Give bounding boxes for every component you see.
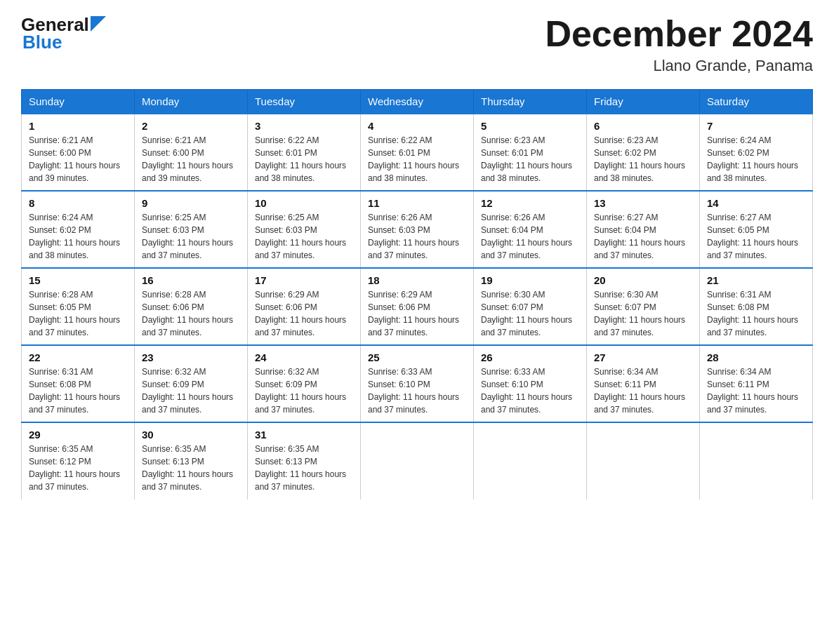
calendar-header-row: Sunday Monday Tuesday Wednesday Thursday… xyxy=(22,90,813,114)
calendar-cell: 9 Sunrise: 6:25 AMSunset: 6:03 PMDayligh… xyxy=(135,191,248,268)
day-number: 10 xyxy=(255,197,353,209)
calendar-cell: 29 Sunrise: 6:35 AMSunset: 6:12 PMDaylig… xyxy=(22,422,135,499)
day-number: 9 xyxy=(142,197,240,209)
day-info: Sunrise: 6:32 AMSunset: 6:09 PMDaylight:… xyxy=(142,367,233,415)
col-thursday: Thursday xyxy=(474,90,587,114)
calendar-cell: 30 Sunrise: 6:35 AMSunset: 6:13 PMDaylig… xyxy=(135,422,248,499)
calendar-cell: 27 Sunrise: 6:34 AMSunset: 6:11 PMDaylig… xyxy=(587,345,700,422)
day-info: Sunrise: 6:29 AMSunset: 6:06 PMDaylight:… xyxy=(368,290,459,337)
col-tuesday: Tuesday xyxy=(248,90,361,114)
day-info: Sunrise: 6:25 AMSunset: 6:03 PMDaylight:… xyxy=(142,213,233,260)
calendar-cell: 20 Sunrise: 6:30 AMSunset: 6:07 PMDaylig… xyxy=(587,268,700,345)
calendar-cell xyxy=(361,422,474,499)
day-info: Sunrise: 6:22 AMSunset: 6:01 PMDaylight:… xyxy=(255,135,346,183)
month-title: December 2024 xyxy=(545,14,813,54)
calendar-table: Sunday Monday Tuesday Wednesday Thursday… xyxy=(21,89,813,499)
logo-triangle-icon xyxy=(91,16,106,32)
day-number: 18 xyxy=(368,274,466,286)
location-title: Llano Grande, Panama xyxy=(545,57,813,75)
calendar-cell: 12 Sunrise: 6:26 AMSunset: 6:04 PMDaylig… xyxy=(474,191,587,268)
day-number: 8 xyxy=(29,197,127,209)
calendar-cell: 18 Sunrise: 6:29 AMSunset: 6:06 PMDaylig… xyxy=(361,268,474,345)
day-info: Sunrise: 6:35 AMSunset: 6:13 PMDaylight:… xyxy=(142,444,233,492)
day-info: Sunrise: 6:34 AMSunset: 6:11 PMDaylight:… xyxy=(594,367,685,415)
week-row-1: 1 Sunrise: 6:21 AMSunset: 6:00 PMDayligh… xyxy=(22,114,813,191)
calendar-cell: 4 Sunrise: 6:22 AMSunset: 6:01 PMDayligh… xyxy=(361,114,474,191)
col-sunday: Sunday xyxy=(22,90,135,114)
week-row-3: 15 Sunrise: 6:28 AMSunset: 6:05 PMDaylig… xyxy=(22,268,813,345)
day-info: Sunrise: 6:23 AMSunset: 6:01 PMDaylight:… xyxy=(481,135,572,183)
day-info: Sunrise: 6:26 AMSunset: 6:04 PMDaylight:… xyxy=(481,213,572,260)
calendar-cell xyxy=(474,422,587,499)
week-row-2: 8 Sunrise: 6:24 AMSunset: 6:02 PMDayligh… xyxy=(22,191,813,268)
logo-blue-text: Blue xyxy=(22,32,62,53)
col-wednesday: Wednesday xyxy=(361,90,474,114)
day-number: 2 xyxy=(142,120,240,132)
day-info: Sunrise: 6:31 AMSunset: 6:08 PMDaylight:… xyxy=(707,290,798,337)
day-number: 11 xyxy=(368,197,466,209)
calendar-cell: 21 Sunrise: 6:31 AMSunset: 6:08 PMDaylig… xyxy=(700,268,813,345)
day-number: 30 xyxy=(142,429,240,441)
day-info: Sunrise: 6:33 AMSunset: 6:10 PMDaylight:… xyxy=(368,367,459,415)
day-number: 24 xyxy=(255,351,353,363)
day-number: 5 xyxy=(481,120,579,132)
day-number: 16 xyxy=(142,274,240,286)
calendar-cell: 16 Sunrise: 6:28 AMSunset: 6:06 PMDaylig… xyxy=(135,268,248,345)
day-number: 20 xyxy=(594,274,692,286)
day-number: 19 xyxy=(481,274,579,286)
calendar-cell: 17 Sunrise: 6:29 AMSunset: 6:06 PMDaylig… xyxy=(248,268,361,345)
calendar-cell: 23 Sunrise: 6:32 AMSunset: 6:09 PMDaylig… xyxy=(135,345,248,422)
day-info: Sunrise: 6:26 AMSunset: 6:03 PMDaylight:… xyxy=(368,213,459,260)
week-row-4: 22 Sunrise: 6:31 AMSunset: 6:08 PMDaylig… xyxy=(22,345,813,422)
calendar-cell xyxy=(587,422,700,499)
calendar-cell: 25 Sunrise: 6:33 AMSunset: 6:10 PMDaylig… xyxy=(361,345,474,422)
col-friday: Friday xyxy=(587,90,700,114)
title-block: December 2024 Llano Grande, Panama xyxy=(545,14,813,75)
week-row-5: 29 Sunrise: 6:35 AMSunset: 6:12 PMDaylig… xyxy=(22,422,813,499)
day-info: Sunrise: 6:30 AMSunset: 6:07 PMDaylight:… xyxy=(481,290,572,337)
calendar-cell: 5 Sunrise: 6:23 AMSunset: 6:01 PMDayligh… xyxy=(474,114,587,191)
day-number: 12 xyxy=(481,197,579,209)
day-info: Sunrise: 6:28 AMSunset: 6:06 PMDaylight:… xyxy=(142,290,233,337)
day-number: 29 xyxy=(29,429,127,441)
day-number: 4 xyxy=(368,120,466,132)
calendar-cell: 2 Sunrise: 6:21 AMSunset: 6:00 PMDayligh… xyxy=(135,114,248,191)
calendar-cell: 28 Sunrise: 6:34 AMSunset: 6:11 PMDaylig… xyxy=(700,345,813,422)
calendar-cell: 19 Sunrise: 6:30 AMSunset: 6:07 PMDaylig… xyxy=(474,268,587,345)
day-number: 28 xyxy=(707,351,805,363)
page-header: General Blue December 2024 Llano Grande,… xyxy=(21,14,813,75)
day-info: Sunrise: 6:31 AMSunset: 6:08 PMDaylight:… xyxy=(29,367,120,415)
day-info: Sunrise: 6:27 AMSunset: 6:05 PMDaylight:… xyxy=(707,213,798,260)
calendar-cell: 14 Sunrise: 6:27 AMSunset: 6:05 PMDaylig… xyxy=(700,191,813,268)
day-info: Sunrise: 6:25 AMSunset: 6:03 PMDaylight:… xyxy=(255,213,346,260)
day-number: 1 xyxy=(29,120,127,132)
calendar-cell: 11 Sunrise: 6:26 AMSunset: 6:03 PMDaylig… xyxy=(361,191,474,268)
day-number: 31 xyxy=(255,429,353,441)
day-number: 7 xyxy=(707,120,805,132)
calendar-cell: 7 Sunrise: 6:24 AMSunset: 6:02 PMDayligh… xyxy=(700,114,813,191)
col-monday: Monday xyxy=(135,90,248,114)
calendar-cell: 31 Sunrise: 6:35 AMSunset: 6:13 PMDaylig… xyxy=(248,422,361,499)
day-number: 13 xyxy=(594,197,692,209)
svg-marker-0 xyxy=(91,16,106,32)
day-info: Sunrise: 6:24 AMSunset: 6:02 PMDaylight:… xyxy=(707,135,798,183)
day-info: Sunrise: 6:27 AMSunset: 6:04 PMDaylight:… xyxy=(594,213,685,260)
calendar-cell: 22 Sunrise: 6:31 AMSunset: 6:08 PMDaylig… xyxy=(22,345,135,422)
calendar-cell: 24 Sunrise: 6:32 AMSunset: 6:09 PMDaylig… xyxy=(248,345,361,422)
day-info: Sunrise: 6:21 AMSunset: 6:00 PMDaylight:… xyxy=(29,135,120,183)
logo: General Blue xyxy=(21,14,106,53)
day-info: Sunrise: 6:24 AMSunset: 6:02 PMDaylight:… xyxy=(29,213,120,260)
day-number: 22 xyxy=(29,351,127,363)
day-info: Sunrise: 6:32 AMSunset: 6:09 PMDaylight:… xyxy=(255,367,346,415)
day-info: Sunrise: 6:28 AMSunset: 6:05 PMDaylight:… xyxy=(29,290,120,337)
day-number: 17 xyxy=(255,274,353,286)
day-number: 21 xyxy=(707,274,805,286)
day-info: Sunrise: 6:21 AMSunset: 6:00 PMDaylight:… xyxy=(142,135,233,183)
day-number: 14 xyxy=(707,197,805,209)
day-number: 27 xyxy=(594,351,692,363)
day-info: Sunrise: 6:23 AMSunset: 6:02 PMDaylight:… xyxy=(594,135,685,183)
day-info: Sunrise: 6:30 AMSunset: 6:07 PMDaylight:… xyxy=(594,290,685,337)
day-number: 23 xyxy=(142,351,240,363)
day-info: Sunrise: 6:22 AMSunset: 6:01 PMDaylight:… xyxy=(368,135,459,183)
col-saturday: Saturday xyxy=(700,90,813,114)
